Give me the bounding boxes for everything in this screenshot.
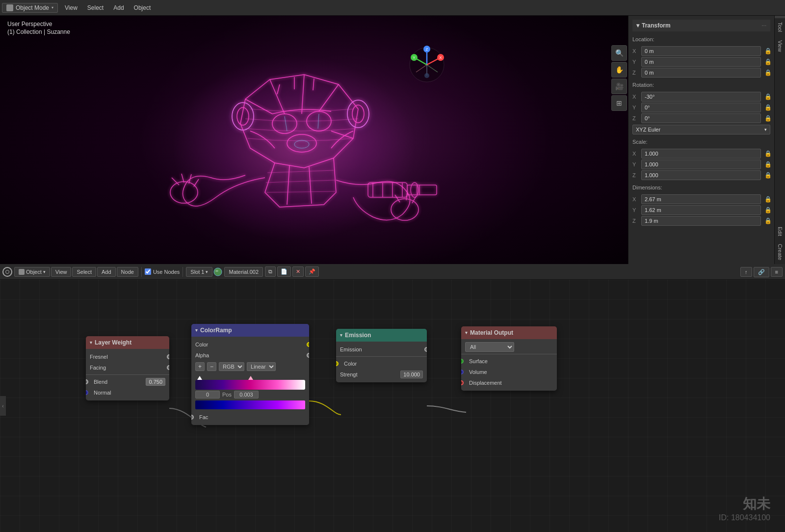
view-menu[interactable]: View (60, 0, 82, 15)
ne-node-btn[interactable]: Node (117, 267, 138, 277)
dim-y-value[interactable]: 1.62 m (641, 205, 761, 215)
node-colorramp[interactable]: ▾ ColorRamp Color Alpha + − (191, 324, 309, 425)
cr-add-btn[interactable]: + (195, 362, 205, 371)
cr-alpha-socket[interactable] (307, 353, 309, 358)
tab-tool[interactable]: Tool (775, 18, 785, 36)
viewport[interactable]: User Perspective (1) Collection | Suzann… (0, 16, 628, 264)
loc-y-lock[interactable]: 🔒 (764, 58, 770, 65)
use-nodes-checkbox[interactable] (145, 268, 151, 275)
rot-x-axis: X (632, 94, 640, 100)
cr-marker-mid[interactable] (248, 376, 253, 380)
right-panel: ▾ Transform ⋯ Location: X 0 m 🔒 Y 0 m 🔒 (628, 0, 785, 264)
blend-value[interactable]: 0.750 (146, 378, 165, 386)
ne-new-btn[interactable]: 📄 (277, 266, 291, 277)
scale-z-value[interactable]: 1.000 (641, 170, 761, 180)
scale-y-value[interactable]: 1.000 (641, 160, 761, 169)
gizmo[interactable]: Z X Y (407, 45, 446, 84)
mo-surface-socket[interactable] (461, 359, 464, 364)
cr-mode-select[interactable]: Linear (247, 362, 276, 371)
ne-material-icon[interactable] (213, 267, 223, 277)
svg-point-31 (294, 140, 309, 148)
add-menu[interactable]: Add (108, 0, 129, 15)
tab-edit[interactable]: Edit (775, 223, 785, 240)
ne-copy-btn[interactable]: ⧉ (265, 266, 276, 277)
sidebar-left-arrow[interactable]: ‹ (0, 396, 6, 416)
use-nodes-checkbox-label[interactable]: Use Nodes (145, 268, 180, 275)
ne-material-label[interactable]: Material.002 (224, 267, 263, 277)
euler-mode[interactable]: XYZ Euler ▾ (632, 125, 770, 134)
ne-pin-btn[interactable]: 📌 (305, 266, 319, 277)
rotation-x-value[interactable]: -30° (641, 92, 761, 102)
cr-fac-label: Fac (199, 414, 305, 420)
scale-z-lock[interactable]: 🔒 (764, 172, 770, 179)
mo-volume-socket[interactable] (461, 370, 464, 374)
ne-mode-icon[interactable] (2, 267, 12, 277)
colorramp-header: ▾ ColorRamp (191, 324, 309, 337)
svg-line-13 (277, 84, 280, 94)
ne-link-btn[interactable]: 🔗 (754, 267, 769, 277)
ne-add-btn[interactable]: Add (97, 267, 116, 277)
em-color-socket[interactable] (336, 361, 339, 366)
blend-input-socket[interactable] (86, 379, 88, 384)
cr-interpolation-select[interactable]: RGB (219, 362, 244, 371)
ne-object-btn[interactable]: Object ▾ (14, 267, 50, 277)
scale-x-value[interactable]: 1.000 (641, 149, 761, 159)
scale-y-lock[interactable]: 🔒 (764, 161, 770, 168)
rotation-x-row: X -30° 🔒 (632, 92, 770, 102)
grid-tool[interactable]: ⊞ (611, 95, 627, 111)
cr-color-socket[interactable] (307, 342, 309, 347)
dim-z-lock[interactable]: 🔒 (764, 217, 770, 224)
cr-ramp-bar[interactable] (195, 380, 305, 390)
node-material-output[interactable]: ▾ Material Output All Surface (461, 326, 557, 391)
transform-header[interactable]: ▾ Transform ⋯ (632, 20, 770, 31)
ne-select-btn[interactable]: Select (72, 267, 96, 277)
mo-displacement-socket[interactable] (461, 380, 464, 385)
fresnel-socket[interactable] (167, 354, 169, 359)
cr-pos-value[interactable] (234, 391, 259, 399)
em-strength-value[interactable]: 10.000 (400, 371, 423, 378)
node-layer-weight[interactable]: ▾ Layer Weight Fresnel Facing (86, 336, 169, 400)
cr-pos-index[interactable] (195, 391, 220, 399)
ne-slot-btn[interactable]: Slot 1 ▾ (186, 267, 212, 277)
cr-remove-btn[interactable]: − (207, 362, 216, 371)
rot-x-lock[interactable]: 🔒 (764, 93, 770, 100)
em-emission-socket[interactable] (424, 347, 427, 352)
object-menu[interactable]: Object (129, 0, 156, 15)
svg-line-16 (287, 165, 289, 205)
scale-x-lock[interactable]: 🔒 (764, 150, 770, 157)
ne-delete-btn[interactable]: ✕ (292, 266, 304, 277)
rotate-tool[interactable]: 🎥 (611, 79, 627, 94)
location-z-value[interactable]: 0 m (641, 68, 761, 78)
ne-settings-btn[interactable]: ≡ (771, 267, 783, 277)
loc-z-lock[interactable]: 🔒 (764, 69, 770, 76)
normal-socket[interactable] (86, 390, 88, 395)
facing-socket[interactable] (167, 365, 169, 370)
pan-tool[interactable]: ✋ (611, 62, 627, 78)
dim-x-lock[interactable]: 🔒 (764, 196, 770, 203)
dim-y-lock[interactable]: 🔒 (764, 207, 770, 213)
cr-fac-socket[interactable] (191, 415, 194, 420)
mo-all-select[interactable]: All (465, 342, 514, 352)
cr-marker-left[interactable] (197, 376, 202, 380)
layer-weight-arrow: ▾ (90, 340, 92, 345)
dim-z-value[interactable]: 1.9 m (641, 216, 761, 226)
transform-menu[interactable]: ⋯ (761, 23, 766, 28)
location-x-value[interactable]: 0 m (641, 46, 761, 56)
rotation-y-value[interactable]: 0° (641, 103, 761, 112)
tab-create[interactable]: Create (775, 240, 785, 264)
dim-x-value[interactable]: 2.67 m (641, 194, 761, 204)
ne-view-btn[interactable]: View (51, 267, 72, 277)
rot-z-lock[interactable]: 🔒 (764, 115, 770, 122)
tab-view[interactable]: View (775, 36, 785, 56)
ne-up-arrow[interactable]: ↑ (740, 267, 752, 277)
svg-text:X: X (439, 55, 442, 60)
node-canvas[interactable]: ‹ ▾ Layer Weight Fresnel (0, 280, 785, 532)
zoom-tool[interactable]: 🔍 (611, 45, 627, 61)
rotation-z-value[interactable]: 0° (641, 113, 761, 123)
rot-y-lock[interactable]: 🔒 (764, 104, 770, 111)
loc-x-lock[interactable]: 🔒 (764, 48, 770, 54)
node-emission[interactable]: ▾ Emission Emission Color Strengt (336, 329, 427, 382)
mode-selector[interactable]: Object Mode ▾ (2, 3, 58, 13)
select-menu[interactable]: Select (82, 0, 108, 15)
location-y-value[interactable]: 0 m (641, 57, 761, 67)
